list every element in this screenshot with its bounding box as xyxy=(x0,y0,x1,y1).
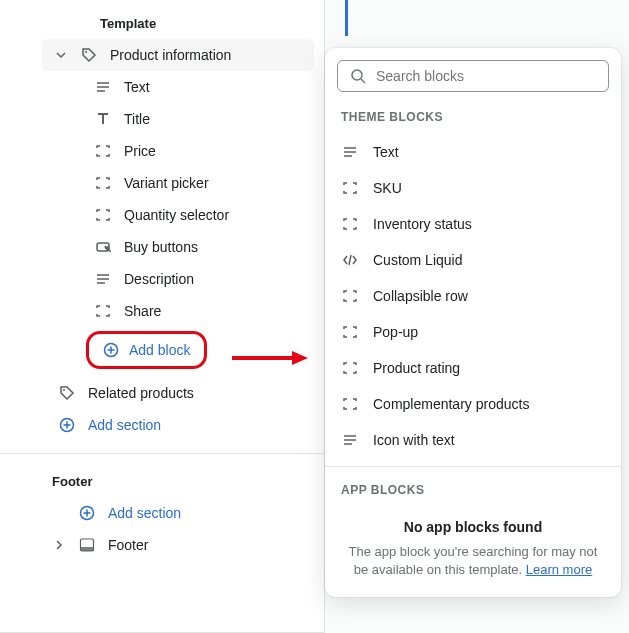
block-label: Share xyxy=(124,303,302,319)
block-label: Text xyxy=(124,79,302,95)
svg-point-15 xyxy=(352,70,362,80)
preview-selection-indicator xyxy=(345,0,348,36)
theme-block-item[interactable]: Product rating xyxy=(325,350,621,386)
theme-block-item[interactable]: Custom Liquid xyxy=(325,242,621,278)
svg-line-16 xyxy=(361,79,365,83)
app-blocks-empty-title: No app blocks found xyxy=(343,519,603,535)
block-label: Title xyxy=(124,111,302,127)
theme-block-item[interactable]: Collapsible row xyxy=(325,278,621,314)
divider xyxy=(0,453,324,454)
theme-block-label: Collapsible row xyxy=(373,288,468,304)
block-label: Quantity selector xyxy=(124,207,302,223)
footer-icon xyxy=(78,537,96,553)
chevron-down-icon[interactable] xyxy=(54,50,68,60)
block-outline-icon xyxy=(341,360,359,376)
text-lines-icon xyxy=(94,79,112,95)
search-input-wrapper[interactable] xyxy=(337,60,609,92)
add-section-label: Add section xyxy=(108,505,302,521)
block-outline-icon xyxy=(341,216,359,232)
footer-heading: Footer xyxy=(0,466,324,497)
section-label: Footer xyxy=(108,537,302,553)
block-label: Price xyxy=(124,143,302,159)
block-item[interactable]: Text xyxy=(82,71,314,103)
add-section-label: Add section xyxy=(88,417,302,433)
block-label: Variant picker xyxy=(124,175,302,191)
section-footer[interactable]: Footer xyxy=(40,529,314,561)
theme-block-item[interactable]: Icon with text xyxy=(325,422,621,458)
template-heading: Template xyxy=(0,8,324,39)
chevron-right-icon[interactable] xyxy=(52,540,66,550)
title-t-icon xyxy=(94,111,112,127)
search-input[interactable] xyxy=(376,68,596,84)
add-block-button[interactable]: Add block xyxy=(86,331,207,369)
app-blocks-empty-description: The app block you're searching for may n… xyxy=(343,543,603,579)
theme-block-label: Inventory status xyxy=(373,216,472,232)
plus-circle-icon xyxy=(58,417,76,433)
theme-block-item[interactable]: SKU xyxy=(325,170,621,206)
divider xyxy=(325,466,621,467)
block-outline-icon xyxy=(94,143,112,159)
search-icon xyxy=(350,68,366,84)
block-outline-icon xyxy=(94,207,112,223)
theme-block-label: Pop-up xyxy=(373,324,418,340)
add-section-button[interactable]: Add section xyxy=(42,409,314,441)
theme-block-item[interactable]: Pop-up xyxy=(325,314,621,350)
plus-circle-icon xyxy=(78,505,96,521)
theme-block-label: Product rating xyxy=(373,360,460,376)
block-outline-icon xyxy=(94,303,112,319)
block-item[interactable]: Price xyxy=(82,135,314,167)
section-product-information[interactable]: Product information xyxy=(42,39,314,71)
app-blocks-heading: APP BLOCKS xyxy=(325,477,621,507)
add-section-button-footer[interactable]: Add section xyxy=(40,497,314,529)
svg-point-0 xyxy=(85,51,87,53)
svg-point-9 xyxy=(63,389,65,391)
block-outline-icon xyxy=(341,324,359,340)
tag-icon xyxy=(58,385,76,401)
block-label: Buy buttons xyxy=(124,239,302,255)
theme-blocks-heading: THEME BLOCKS xyxy=(325,104,621,134)
theme-block-label: Custom Liquid xyxy=(373,252,463,268)
block-item[interactable]: Share xyxy=(82,295,314,327)
text-lines-icon xyxy=(341,144,359,160)
add-block-label: Add block xyxy=(129,342,190,358)
block-item[interactable]: Buy buttons xyxy=(82,231,314,263)
annotation-arrow-icon xyxy=(230,350,310,366)
plus-circle-icon xyxy=(103,342,119,358)
blocks-popover: THEME BLOCKS TextSKUInventory statusCust… xyxy=(325,48,621,597)
theme-block-item[interactable]: Complementary products xyxy=(325,386,621,422)
tag-icon xyxy=(80,47,98,63)
theme-block-item[interactable]: Inventory status xyxy=(325,206,621,242)
theme-block-label: Text xyxy=(373,144,399,160)
code-icon xyxy=(341,252,359,268)
theme-block-label: Icon with text xyxy=(373,432,455,448)
block-outline-icon xyxy=(94,175,112,191)
block-outline-icon xyxy=(341,180,359,196)
block-item[interactable]: Quantity selector xyxy=(82,199,314,231)
block-item[interactable]: Variant picker xyxy=(82,167,314,199)
buy-button-icon xyxy=(94,239,112,255)
section-related-products[interactable]: Related products xyxy=(42,377,314,409)
theme-block-label: SKU xyxy=(373,180,402,196)
svg-rect-13 xyxy=(81,547,94,551)
block-outline-icon xyxy=(341,396,359,412)
block-outline-icon xyxy=(341,288,359,304)
block-item[interactable]: Title xyxy=(82,103,314,135)
block-item[interactable]: Description xyxy=(82,263,314,295)
theme-block-label: Complementary products xyxy=(373,396,529,412)
theme-block-item[interactable]: Text xyxy=(325,134,621,170)
section-label: Related products xyxy=(88,385,302,401)
sidebar: Template Product information TextTitlePr… xyxy=(0,0,325,633)
learn-more-link[interactable]: Learn more xyxy=(526,562,592,577)
text-lines-icon xyxy=(341,432,359,448)
block-label: Description xyxy=(124,271,302,287)
text-lines-icon xyxy=(94,271,112,287)
section-label: Product information xyxy=(110,47,302,63)
